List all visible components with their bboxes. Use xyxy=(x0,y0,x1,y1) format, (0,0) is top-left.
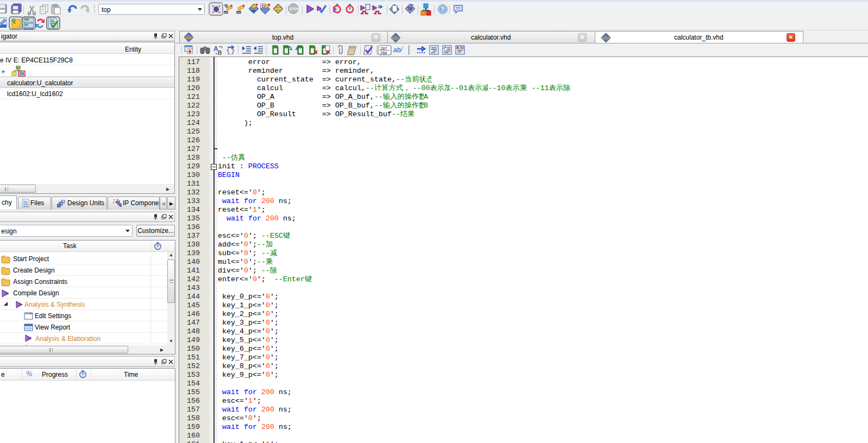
svg-text:STOP: STOP xyxy=(290,7,300,11)
svg-text:268: 268 xyxy=(380,50,387,55)
svg-text:abc: abc xyxy=(392,35,400,41)
svg-text:abc: abc xyxy=(185,35,193,40)
svg-text:ab/: ab/ xyxy=(393,46,403,54)
svg-text:abc: abc xyxy=(602,35,611,41)
svg-text:B: B xyxy=(218,50,222,56)
svg-text:?: ? xyxy=(441,6,445,12)
